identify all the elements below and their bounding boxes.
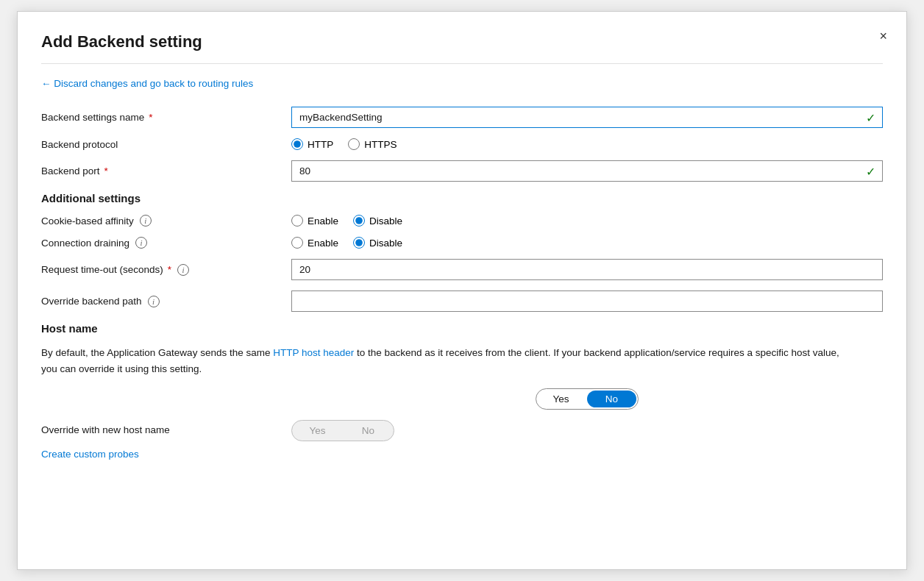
close-button[interactable]: ×: [875, 26, 892, 46]
override-backend-path-info-icon[interactable]: i: [148, 296, 160, 307]
cookie-affinity-disable-label: Disable: [369, 215, 402, 227]
connection-draining-enable-radio[interactable]: [291, 237, 303, 249]
override-backend-path-control: [291, 290, 883, 312]
title-divider: [41, 63, 883, 64]
cookie-affinity-enable-radio[interactable]: [291, 215, 303, 227]
request-timeout-label: Request time-out (seconds) * i: [41, 264, 291, 276]
protocol-http-radio[interactable]: [291, 138, 303, 150]
backend-settings-name-checkmark: ✓: [866, 110, 875, 124]
override-backend-path-input[interactable]: [291, 290, 883, 312]
host-name-toggle-group: Yes No: [536, 388, 639, 410]
backend-settings-name-control: ✓: [291, 107, 883, 128]
cookie-affinity-disable-option[interactable]: Disable: [353, 215, 402, 227]
cookie-affinity-label: Cookie-based affinity i: [41, 215, 291, 227]
connection-draining-disable-label: Disable: [369, 238, 402, 249]
protocol-http-label: HTTP: [308, 139, 333, 150]
override-host-name-row: Override with new host name Yes No: [41, 420, 883, 441]
request-timeout-required-marker: *: [168, 264, 171, 275]
add-backend-setting-dialog: Add Backend setting × ← Discard changes …: [17, 11, 907, 570]
create-custom-probes-link[interactable]: Create custom probes: [41, 449, 139, 460]
override-backend-path-row: Override backend path i: [41, 290, 883, 312]
http-host-header-link[interactable]: HTTP host header: [273, 347, 354, 358]
connection-draining-row: Connection draining i Enable Disable: [41, 237, 883, 249]
host-name-description: By default, the Application Gateway send…: [41, 345, 850, 377]
create-custom-probes-row: Create custom probes: [41, 449, 883, 460]
override-host-name-no-button[interactable]: No: [343, 421, 394, 441]
backend-port-checkmark: ✓: [866, 164, 875, 178]
request-timeout-row: Request time-out (seconds) * i: [41, 259, 883, 280]
required-marker: *: [149, 112, 152, 123]
backend-settings-name-row: Backend settings name * ✓: [41, 107, 883, 128]
protocol-https-radio[interactable]: [348, 138, 360, 150]
backend-protocol-radio-group: HTTP HTTPS: [291, 138, 883, 150]
protocol-http-option[interactable]: HTTP: [291, 138, 333, 150]
cookie-affinity-radio-group: Enable Disable: [291, 215, 883, 227]
dialog-title: Add Backend setting: [41, 32, 883, 51]
back-link[interactable]: ← Discard changes and go back to routing…: [41, 78, 253, 89]
override-host-name-control: Yes No: [291, 420, 394, 441]
backend-port-input[interactable]: [291, 160, 883, 182]
cookie-affinity-enable-label: Enable: [308, 215, 338, 227]
override-backend-path-label: Override backend path i: [41, 296, 291, 307]
backend-protocol-row: Backend protocol HTTP HTTPS: [41, 138, 883, 150]
connection-draining-info-icon[interactable]: i: [135, 237, 147, 249]
host-name-section: Host name By default, the Application Ga…: [41, 322, 883, 460]
cookie-affinity-row: Cookie-based affinity i Enable Disable: [41, 215, 883, 227]
backend-protocol-label: Backend protocol: [41, 139, 291, 150]
protocol-https-option[interactable]: HTTPS: [348, 138, 397, 150]
override-host-name-toggle-group: Yes No: [291, 420, 394, 441]
connection-draining-disable-option[interactable]: Disable: [353, 237, 402, 249]
connection-draining-enable-label: Enable: [308, 238, 338, 249]
connection-draining-control: Enable Disable: [291, 237, 883, 249]
backend-port-label: Backend port *: [41, 165, 291, 177]
host-name-toggle-row: Yes No: [291, 388, 883, 410]
cookie-affinity-control: Enable Disable: [291, 215, 883, 227]
request-timeout-info-icon[interactable]: i: [177, 264, 189, 276]
backend-settings-name-label: Backend settings name *: [41, 112, 291, 123]
cookie-affinity-enable-option[interactable]: Enable: [291, 215, 338, 227]
additional-settings-title: Additional settings: [41, 192, 883, 204]
backend-port-row: Backend port * ✓: [41, 160, 883, 182]
backend-settings-name-input[interactable]: [291, 107, 883, 128]
override-host-name-label: Override with new host name: [41, 420, 291, 435]
protocol-https-label: HTTPS: [364, 139, 397, 150]
backend-protocol-control: HTTP HTTPS: [291, 138, 883, 150]
override-host-name-yes-button[interactable]: Yes: [292, 421, 343, 441]
request-timeout-control: [291, 259, 883, 280]
cookie-affinity-info-icon[interactable]: i: [140, 215, 152, 227]
connection-draining-disable-radio[interactable]: [353, 237, 365, 249]
connection-draining-radio-group: Enable Disable: [291, 237, 883, 249]
backend-port-required-marker: *: [104, 165, 108, 177]
connection-draining-enable-option[interactable]: Enable: [291, 237, 338, 249]
host-name-title: Host name: [41, 322, 883, 335]
connection-draining-label: Connection draining i: [41, 237, 291, 249]
host-name-no-button[interactable]: No: [587, 391, 636, 407]
cookie-affinity-disable-radio[interactable]: [353, 215, 365, 227]
backend-port-control: ✓: [291, 160, 883, 182]
host-name-yes-button[interactable]: Yes: [536, 389, 586, 409]
request-timeout-input[interactable]: [291, 259, 883, 280]
